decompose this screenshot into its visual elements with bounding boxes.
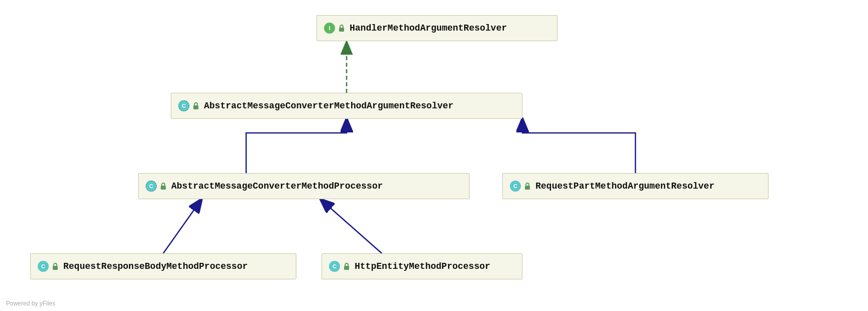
lock-icon-5 [51, 262, 59, 270]
lock-icon [338, 24, 346, 32]
svg-rect-5 [525, 186, 530, 190]
svg-rect-3 [193, 105, 198, 109]
node-icon-class-3: C [329, 261, 351, 272]
node-label-request-part-method-argument-resolver: RequestPartMethodArgumentResolver [535, 181, 714, 191]
node-label-handler-method-argument-resolver: HandlerMethodArgumentResolver [350, 23, 507, 33]
class-icon-2: C [38, 261, 49, 272]
lock-icon-4 [523, 182, 531, 190]
interface-icon: I [324, 23, 335, 34]
watermark: Powered by yFiles [6, 300, 55, 307]
node-icon-class: C [510, 181, 531, 192]
extends-arrow-httpentity-to-processor [321, 200, 382, 253]
svg-rect-4 [161, 186, 166, 190]
extends-arrow-requestresponsebody-to-processor [163, 200, 201, 253]
node-http-entity-method-processor[interactable]: C HttpEntityMethodProcessor [321, 253, 522, 279]
node-handler-method-argument-resolver[interactable]: I HandlerMethodArgumentResolver [316, 15, 558, 41]
abstract-class-icon: C [178, 100, 189, 111]
extends-arrow-processor-to-resolver [246, 120, 347, 173]
class-icon-3: C [329, 261, 340, 272]
node-icon-class-2: C [38, 261, 59, 272]
lock-icon-3 [159, 182, 167, 190]
lock-icon-2 [192, 102, 200, 110]
diagram-container: I HandlerMethodArgumentResolver C Abstra… [0, 0, 868, 311]
node-label-abstract-message-converter-method-processor: AbstractMessageConverterMethodProcessor [171, 181, 383, 191]
node-request-response-body-method-processor[interactable]: C RequestResponseBodyMethodProcessor [30, 253, 296, 279]
extends-arrow-requestpart-to-resolver [522, 120, 635, 173]
node-label-abstract-message-converter-method-argument-resolver: AbstractMessageConverterMethodArgumentRe… [204, 101, 454, 111]
node-request-part-method-argument-resolver[interactable]: C RequestPartMethodArgumentResolver [502, 173, 769, 199]
abstract-class-icon-2: C [146, 181, 157, 192]
node-abstract-message-converter-method-argument-resolver[interactable]: C AbstractMessageConverterMethodArgument… [171, 93, 522, 119]
node-abstract-message-converter-method-processor[interactable]: C AbstractMessageConverterMethodProcesso… [138, 173, 470, 199]
node-label-request-response-body-method-processor: RequestResponseBodyMethodProcessor [63, 261, 248, 271]
svg-rect-6 [53, 266, 58, 270]
lock-icon-6 [343, 262, 351, 270]
svg-rect-7 [344, 266, 349, 270]
node-icon-abstract-class-2: C [146, 181, 167, 192]
class-icon: C [510, 181, 521, 192]
svg-rect-2 [339, 28, 344, 32]
node-label-http-entity-method-processor: HttpEntityMethodProcessor [355, 261, 490, 271]
node-icon-abstract-class: C [178, 100, 200, 111]
node-icon-interface: I [324, 23, 346, 34]
